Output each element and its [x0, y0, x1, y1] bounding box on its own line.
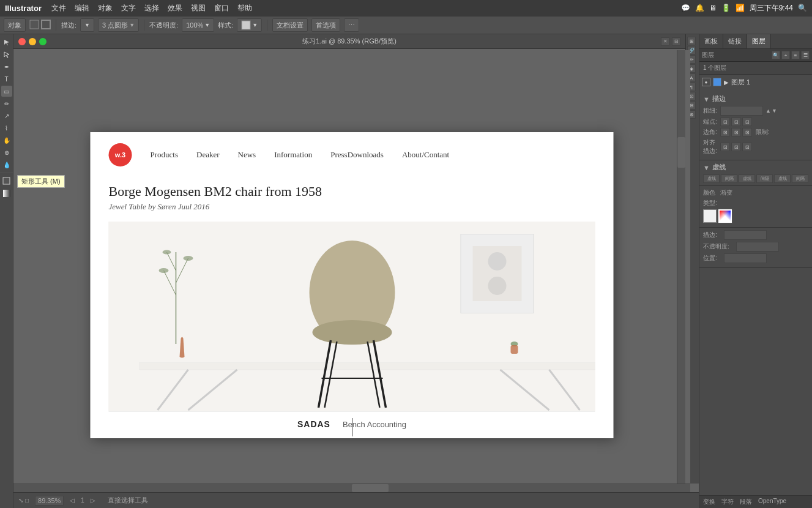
zoom-tool-icon[interactable]: ⊕ [1, 147, 12, 158]
extra-btn[interactable]: ⋯ [344, 18, 359, 32]
nav-link-about[interactable]: About/Contant [402, 150, 449, 160]
dash-btn-4[interactable]: 间隔 [756, 174, 773, 183]
zoom-display[interactable]: 89.35% [35, 496, 64, 506]
brush-tool-icon[interactable]: ✏ [1, 98, 12, 109]
doc-settings-btn[interactable]: 文档设置 [272, 18, 308, 32]
dash-btn-6[interactable]: 间隔 [792, 174, 808, 183]
bottom-panel-tabs[interactable]: 变换 字符 段落 OpenType [699, 495, 812, 508]
corner-btn-3[interactable]: ⊡ [742, 128, 752, 136]
menu-edit[interactable]: 编辑 [75, 3, 89, 13]
page-nav-right[interactable]: ▷ [91, 497, 95, 504]
para-tab[interactable]: 段落 [740, 498, 752, 506]
dash-btn-2[interactable]: 间隔 [721, 174, 737, 183]
points-dropdown[interactable]: 3 点圆形 ▼ [98, 18, 139, 32]
dash-btn-1[interactable]: 虚线 [703, 174, 720, 183]
color-swatch[interactable] [29, 20, 39, 31]
corner-btn-1[interactable]: ⊡ [720, 128, 730, 136]
corner-buttons[interactable]: ⊡ ⊡ ⊡ 限制: [720, 128, 770, 136]
layer-options-icon[interactable]: ≡ [791, 51, 800, 59]
menu-text[interactable]: 文字 [121, 3, 136, 13]
layers-panel-icon[interactable]: ⊞ [687, 37, 696, 45]
layer-add-icon[interactable]: + [781, 51, 790, 59]
stroke-dropdown[interactable]: ▼ [80, 18, 94, 32]
opacity-input-field[interactable] [736, 242, 779, 252]
stroke-weight-arrows[interactable]: ▲ ▼ [765, 108, 777, 114]
layer-visibility-icon[interactable]: ● [702, 78, 710, 86]
tab-layers[interactable]: 图层 [747, 34, 771, 48]
menu-view[interactable]: 视图 [191, 3, 206, 13]
v-scrollbar-thumb[interactable] [677, 137, 685, 168]
nav-link-news[interactable]: News [238, 150, 256, 160]
align-btn-1[interactable]: ⊡ [720, 143, 730, 151]
layer-name[interactable]: 图层 1 [731, 78, 810, 87]
pen-tool-icon[interactable]: ✒ [1, 61, 12, 72]
warp-tool-icon[interactable]: ⌇ [1, 122, 12, 133]
corner-btn-2[interactable]: ⊡ [731, 128, 741, 136]
position-input[interactable] [724, 253, 767, 263]
menu-effect[interactable]: 效果 [168, 3, 182, 13]
doc-window-icons[interactable]: ✕ ⊟ [661, 37, 680, 46]
opentype-tab[interactable]: OpenType [758, 498, 786, 506]
menu-file[interactable]: 文件 [51, 3, 66, 13]
direct-selection-icon[interactable] [1, 49, 12, 60]
stroke-collapse-icon[interactable]: ▼ [703, 95, 710, 103]
preferences-btn[interactable]: 首选项 [311, 18, 340, 32]
stroke-swatch[interactable] [41, 20, 51, 31]
nav-link-pressdownloads[interactable]: PressDownloads [330, 150, 384, 160]
align-buttons[interactable]: ⊡ ⊡ ⊡ [720, 143, 752, 151]
cap-btn-2[interactable]: ⊡ [731, 118, 741, 126]
menu-window[interactable]: 窗口 [214, 3, 229, 13]
tab-links[interactable]: 链接 [723, 34, 747, 48]
up-arrow[interactable]: ▲ [765, 108, 771, 114]
panel-icon-1[interactable]: ✕ [661, 37, 669, 46]
stroke-weight-input[interactable] [720, 106, 763, 116]
canvas-area[interactable]: 矩形工具 (M) 练习1.ai @ 89.35% (RGB/预览) ✕ ⊟ ⊞ … [13, 34, 699, 508]
search-icon[interactable]: 🔍 [798, 4, 807, 12]
type-tool-icon[interactable]: T [1, 73, 12, 84]
dash-btn-5[interactable]: 虚线 [774, 174, 791, 183]
panel-tabs[interactable]: 画板 链接 图层 [699, 34, 812, 49]
dash-btn-row[interactable]: 虚线 间隔 虚线 间隔 虚线 间隔 [703, 174, 808, 183]
char-tab[interactable]: 字符 [721, 498, 734, 506]
minimize-button[interactable] [29, 38, 36, 45]
align-btn-3[interactable]: ⊡ [742, 143, 752, 151]
layer-search-icon[interactable]: 🔍 [772, 51, 780, 59]
selection-tool-icon[interactable] [1, 37, 12, 48]
nav-link-deaker[interactable]: Deaker [196, 150, 220, 160]
traffic-lights[interactable] [18, 38, 47, 45]
nav-link-products[interactable]: Products [151, 150, 179, 160]
hand-tool-icon[interactable]: ✋ [1, 135, 12, 146]
menu-object[interactable]: 对象 [98, 3, 113, 13]
layer-expand-icon[interactable]: ▶ [724, 79, 729, 86]
menu-select[interactable]: 选择 [144, 3, 159, 13]
layers-panel-icons[interactable]: 🔍 + ≡ ☰ [772, 51, 810, 59]
fill-color-icon[interactable] [1, 176, 12, 187]
page-nav-left[interactable]: ◁ [70, 497, 75, 504]
dash-collapse-icon[interactable]: ▼ [703, 164, 710, 171]
h-scrollbar[interactable] [13, 484, 690, 492]
scale-tool-icon[interactable]: ↗ [1, 110, 12, 121]
close-button[interactable] [18, 38, 26, 45]
h-scrollbar-thumb[interactable] [352, 484, 389, 492]
align-btn-2[interactable]: ⊡ [731, 143, 741, 151]
shape-tool-icon[interactable]: ▭ [1, 86, 12, 97]
menu-help[interactable]: 帮助 [237, 3, 252, 13]
cap-buttons[interactable]: ⊡ ⊡ ⊡ [720, 118, 752, 126]
transform-tab[interactable]: 变换 [703, 498, 715, 506]
layer-menu-icon[interactable]: ☰ [801, 51, 810, 59]
panel-icon-2[interactable]: ⊟ [672, 37, 680, 46]
gradient-icon[interactable] [1, 188, 12, 199]
tab-artboard[interactable]: 画板 [699, 34, 723, 48]
opacity-input[interactable]: 100% ▼ [182, 18, 214, 32]
maximize-button[interactable] [39, 38, 47, 45]
dash-btn-3[interactable]: 虚线 [739, 174, 755, 183]
color-swatch-1[interactable] [703, 209, 717, 223]
cap-btn-1[interactable]: ⊡ [720, 118, 730, 126]
layer-row-1[interactable]: ● ▶ 图层 1 [699, 75, 812, 89]
eyedropper-icon[interactable]: 💧 [1, 159, 12, 170]
color-swatch-2[interactable] [718, 209, 732, 223]
style-swatch[interactable]: ▼ [237, 18, 262, 32]
nav-link-information[interactable]: Information [274, 150, 312, 160]
down-arrow[interactable]: ▼ [772, 108, 777, 114]
cap-btn-3[interactable]: ⊡ [742, 118, 752, 126]
